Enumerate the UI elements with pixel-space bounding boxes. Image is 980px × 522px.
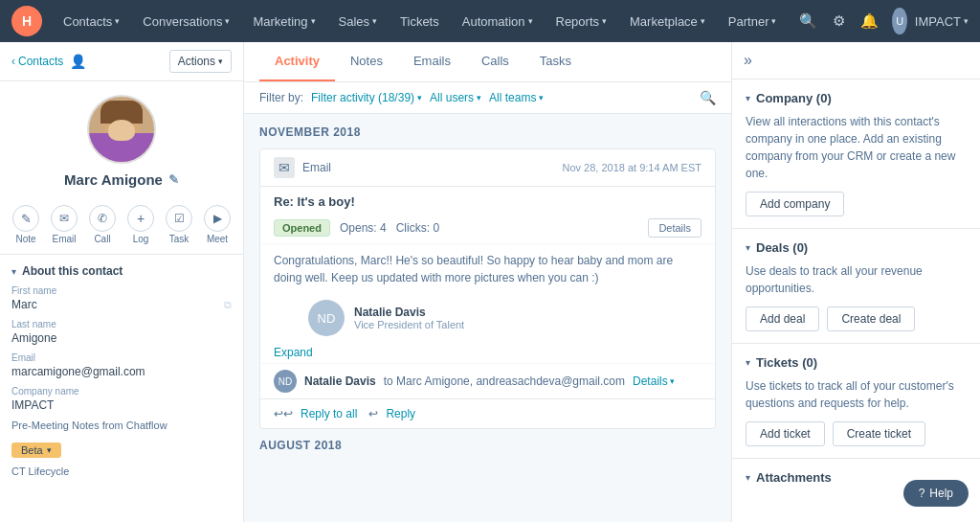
filter-bar: Filter by: Filter activity (18/39) ▾ All… [244, 82, 731, 114]
nav-item-marketing[interactable]: Marketing▾ [243, 11, 324, 33]
nav-company[interactable]: IMPACT▾ [915, 14, 969, 29]
help-button[interactable]: ? Help [903, 480, 969, 507]
nav-item-marketplace[interactable]: Marketplace▾ [620, 11, 715, 33]
nav-item-contacts[interactable]: Contacts▾ [54, 11, 129, 33]
attachments-chevron-icon: ▾ [746, 472, 750, 483]
email-envelope-icon: ✉ [274, 157, 295, 178]
tabs-bar: Activity Notes Emails Calls Tasks [244, 42, 731, 82]
expand-link[interactable]: Expand [260, 342, 326, 363]
contact-name: Marc Amigone ✎ [64, 171, 179, 188]
beta-tag[interactable]: Beta ▾ [11, 443, 61, 458]
activity-feed: November 2018 ✉ Email Nov 28, 2018 at 9:… [244, 114, 731, 522]
actions-button[interactable]: Actions ▾ [169, 50, 232, 73]
nav-item-reports[interactable]: Reports▾ [546, 11, 617, 33]
company-chevron-icon: ▾ [746, 93, 750, 103]
deals-chevron-icon: ▾ [746, 242, 750, 253]
search-icon[interactable]: 🔍 [793, 12, 823, 30]
field-first-name: First name Marc ⧉ [0, 284, 243, 317]
month-header-november: November 2018 [259, 125, 716, 139]
left-sidebar: ‹ Contacts 👤 Actions ▾ Marc Amigone ✎ [0, 42, 244, 522]
notifications-icon[interactable]: 🔔 [855, 12, 884, 30]
filter-users-button[interactable]: All users ▾ [430, 91, 481, 104]
email-subject: Re: It's a boy! [260, 187, 715, 215]
edit-contact-icon[interactable]: ✎ [168, 172, 179, 187]
create-deal-button[interactable]: Create deal [827, 306, 915, 331]
top-nav: H Contacts▾ Conversations▾ Marketing▾ Sa… [0, 0, 980, 42]
nav-item-automation[interactable]: Automation▾ [453, 11, 543, 33]
about-chevron-icon: ▾ [11, 266, 16, 277]
nav-item-sales[interactable]: Sales▾ [329, 11, 388, 33]
user-avatar[interactable]: U [892, 8, 906, 34]
reply-button[interactable]: Reply [386, 407, 415, 420]
tickets-section: ▾ Tickets (0) Use tickets to track all o… [732, 344, 980, 459]
recipient-details-button[interactable]: Details ▾ [633, 374, 675, 388]
reply-all-icon: ↩↩ [274, 407, 293, 420]
company-section-header[interactable]: ▾ Company (0) [746, 91, 967, 105]
quick-action-log[interactable]: + Log [122, 201, 159, 248]
field-email: Email marcamigone@gmail.com [0, 351, 243, 384]
settings-icon[interactable]: ⚙ [827, 12, 851, 30]
details-button[interactable]: Details [648, 218, 702, 238]
tab-emails[interactable]: Emails [398, 42, 466, 81]
reply-all-button[interactable]: Reply to all [301, 407, 357, 420]
email-body: Congratulations, Marc!! He's so beautifu… [260, 243, 715, 294]
tab-calls[interactable]: Calls [466, 42, 524, 81]
activity-search-icon[interactable]: 🔍 [700, 90, 716, 105]
add-ticket-button[interactable]: Add ticket [746, 421, 825, 446]
sender-avatar: ND [308, 300, 345, 336]
quick-action-meet[interactable]: ▶ Meet [199, 201, 235, 248]
tab-notes[interactable]: Notes [335, 42, 398, 81]
deals-section: ▾ Deals (0) Use deals to track all your … [732, 229, 980, 344]
nav-item-tickets[interactable]: Tickets [390, 11, 449, 33]
nav-logo[interactable]: H [11, 6, 42, 36]
filter-teams-button[interactable]: All teams ▾ [489, 91, 544, 104]
lifecycle-stage: CT Lifecycle [0, 460, 243, 484]
tab-activity[interactable]: Activity [259, 42, 335, 81]
deals-section-header[interactable]: ▾ Deals (0) [746, 240, 967, 255]
quick-action-task[interactable]: ☑ Task [161, 201, 197, 248]
opened-badge: Opened [274, 219, 330, 237]
quick-action-email[interactable]: ✉ Email [46, 201, 82, 248]
lifecycle-note: Pre-Meeting Notes from Chatflow [0, 418, 243, 441]
month-header-august: August 2018 [259, 439, 716, 452]
add-company-button[interactable]: Add company [746, 192, 844, 216]
sidebar-toggle-icon[interactable]: » [744, 52, 752, 68]
right-sidebar: » ▾ Company (0) View all interactions wi… [731, 42, 980, 522]
filter-activity-button[interactable]: Filter activity (18/39) ▾ [311, 91, 422, 104]
field-last-name: Last name Amigone [0, 317, 243, 351]
company-section: ▾ Company (0) View all interactions with… [732, 79, 980, 229]
nav-item-conversations[interactable]: Conversations▾ [133, 11, 239, 33]
tickets-chevron-icon: ▾ [746, 357, 750, 368]
tickets-section-header[interactable]: ▾ Tickets (0) [746, 355, 967, 370]
quick-action-note[interactable]: ✎ Note [8, 201, 44, 248]
contact-avatar [87, 95, 156, 164]
create-ticket-button[interactable]: Create ticket [833, 421, 925, 446]
field-company-name: Company name IMPACT [0, 384, 243, 418]
center-content: Activity Notes Emails Calls Tasks Filter… [244, 42, 731, 522]
back-contacts-link[interactable]: ‹ Contacts 👤 [11, 54, 86, 69]
recipient-avatar: ND [274, 370, 297, 393]
add-deal-button[interactable]: Add deal [746, 306, 819, 331]
tab-tasks[interactable]: Tasks [524, 42, 587, 81]
reply-icon: ↩ [368, 407, 378, 420]
copy-icon[interactable]: ⧉ [224, 299, 232, 311]
about-section-header[interactable]: ▾ About this contact [0, 255, 243, 284]
nav-item-partner[interactable]: Partner▾ [719, 11, 787, 33]
quick-action-call[interactable]: ✆ Call [84, 201, 121, 248]
email-activity-card: ✉ Email Nov 28, 2018 at 9:14 AM EST Re: … [259, 148, 716, 429]
